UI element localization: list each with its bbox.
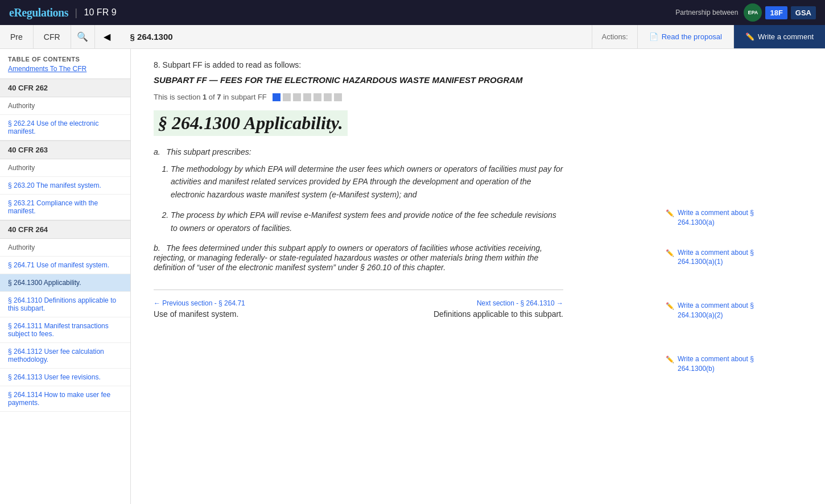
reg-list: The methodology by which EPA will determ… (154, 163, 563, 234)
next-direction[interactable]: Next section - § 264.1310 → (358, 299, 563, 307)
actions-label: Actions: (592, 25, 637, 48)
partner-logos: EPA 18F GSA (744, 3, 816, 22)
epa-logo: EPA (744, 3, 762, 22)
section-id: § 264.1300 (119, 25, 592, 48)
toc-header: TABLE OF CONTENTS (0, 49, 130, 65)
comment-link-a2[interactable]: ✏️ Write a comment about § 264.1300(a)(2… (666, 301, 791, 320)
divider: | (75, 7, 77, 19)
dot-7 (334, 93, 342, 101)
logo-gsa: GSA (791, 6, 816, 19)
comment-links: ✏️ Write a comment about § 264.1300(a) ✏… (666, 208, 791, 383)
logo-18f: 18F (765, 6, 787, 19)
sidebar-item-262-24[interactable]: § 262.24 Use of the electronic manifest. (0, 115, 130, 141)
write-comment-button[interactable]: ✏️ Write a comment (733, 25, 825, 48)
paragraph-b: b. The fees determined under this subpar… (154, 243, 563, 272)
sidebar-item-264-1300[interactable]: § 264.1300 Applicability. (0, 274, 130, 292)
search-icon: 🔍 (77, 31, 88, 42)
read-proposal-button[interactable]: 📄 Read the proposal (637, 25, 733, 48)
comment-link-a1[interactable]: ✏️ Write a comment about § 264.1300(a)(1… (666, 248, 791, 267)
dot-4 (303, 93, 311, 101)
prev-direction[interactable]: ← Previous section - § 264.71 (154, 299, 358, 307)
nav-prev: ← Previous section - § 264.71 Use of man… (154, 299, 358, 319)
cfr-263-authority: Authority (0, 159, 130, 177)
sidebar-item-264-1312[interactable]: § 264.1312 User fee calculation methodol… (0, 343, 130, 369)
para-a-text: This subpart prescribes: (166, 147, 251, 156)
para-b-label: b. (154, 243, 160, 253)
nav-next: Next section - § 264.1310 → Definitions … (358, 299, 563, 319)
sidebar-item-264-71[interactable]: § 264.71 Use of manifest system. (0, 257, 130, 274)
partnership-text: Partnership between (675, 9, 738, 16)
paragraph-a: a. This subpart prescribes: The methodol… (154, 147, 563, 234)
list-item-2: The process by which EPA will revise e-M… (171, 209, 563, 234)
main-content: 8. Subpart FF is added to read as follow… (131, 49, 825, 504)
regulation-title: 10 FR 9 (84, 7, 117, 18)
comment-link-a[interactable]: ✏️ Write a comment about § 264.1300(a) (666, 208, 791, 228)
layout: TABLE OF CONTENTS Amendments To The CFR … (0, 49, 825, 504)
cfr-button[interactable]: CFR (34, 25, 71, 48)
prev-section-name: Use of manifest system. (154, 309, 358, 319)
section-dots (273, 93, 342, 101)
pre-button[interactable]: Pre (0, 25, 34, 48)
cfr-263-header: 40 CFR 263 (0, 141, 130, 159)
sidebar-item-263-20[interactable]: § 263.20 The manifest system. (0, 177, 130, 195)
read-icon: 📄 (649, 32, 658, 41)
dot-2 (283, 93, 291, 101)
collapse-button[interactable]: ◀ (95, 25, 119, 48)
sidebar: TABLE OF CONTENTS Amendments To The CFR … (0, 49, 131, 504)
comment-icon-4: ✏️ (666, 355, 674, 365)
sidebar-item-264-1310[interactable]: § 264.1310 Definitions applicable to thi… (0, 292, 130, 317)
sidebar-item-264-1313[interactable]: § 264.1313 User fee revisions. (0, 369, 130, 386)
content-area: 8. Subpart FF is added to read as follow… (154, 60, 563, 319)
toc-subheader[interactable]: Amendments To The CFR (0, 65, 130, 79)
comment-icon-2: ✏️ (666, 249, 674, 258)
chevron-left-icon: ◀ (104, 31, 110, 42)
top-bar: eRegulations | 10 FR 9 Partnership betwe… (0, 0, 825, 25)
subpart-title: SUBPART FF — FEES FOR THE ELECTRONIC HAZ… (154, 75, 563, 85)
section-total: 7 (217, 93, 221, 101)
para-a-label: a. (154, 147, 160, 156)
dot-3 (293, 93, 301, 101)
write-icon: ✏️ (745, 32, 754, 41)
section-heading: § 264.1300 Applicability. (154, 110, 348, 136)
sidebar-item-264-1314[interactable]: § 264.1314 How to make user fee payments… (0, 386, 130, 412)
nav-footer: ← Previous section - § 264.71 Use of man… (154, 290, 563, 319)
dot-6 (324, 93, 332, 101)
sidebar-item-263-21[interactable]: § 263.21 Compliance with the manifest. (0, 195, 130, 220)
dot-5 (314, 93, 321, 101)
section-current: 1 (203, 93, 207, 101)
section-indicator-text: This is section (154, 93, 200, 101)
comment-icon-3: ✏️ (666, 301, 674, 311)
para-b-text: The fees determined under this subpart a… (154, 243, 542, 272)
list-item-1: The methodology by which EPA will determ… (171, 163, 563, 201)
comment-icon-1: ✏️ (666, 209, 674, 218)
sub-nav: Pre CFR 🔍 ◀ § 264.1300 Actions: 📄 Read t… (0, 25, 825, 49)
dot-1 (273, 93, 280, 101)
section-indicator: This is section 1 of 7 in subpart FF (154, 93, 563, 101)
search-button[interactable]: 🔍 (71, 25, 95, 48)
sidebar-item-264-1311[interactable]: § 264.1311 Manifest transactions subject… (0, 317, 130, 343)
cfr-262-authority: Authority (0, 97, 130, 115)
cfr-264-authority: Authority (0, 239, 130, 257)
app-logo: eRegulations (9, 6, 68, 19)
comment-link-b[interactable]: ✏️ Write a comment about § 264.1300(b) (666, 354, 791, 374)
subpart-intro: 8. Subpart FF is added to read as follow… (154, 60, 563, 69)
cfr-262-header: 40 CFR 262 (0, 79, 130, 97)
cfr-264-header: 40 CFR 264 (0, 220, 130, 239)
next-section-name: Definitions applicable to this subpart. (358, 309, 563, 319)
